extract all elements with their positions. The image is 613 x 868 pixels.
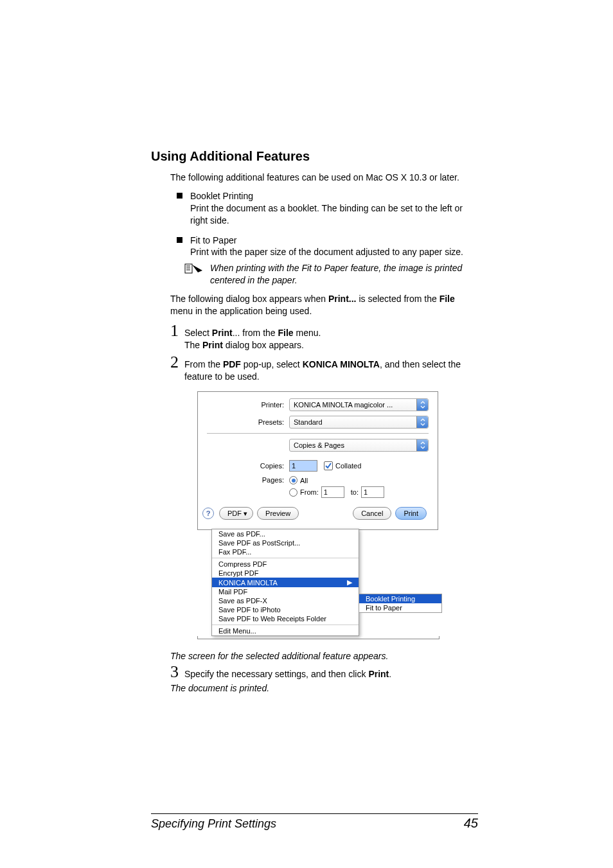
menu-item[interactable]: Save as PDF-X: [212, 596, 359, 605]
bullet-title: Booklet Printing: [190, 190, 478, 202]
pages-range-radio[interactable]: [289, 488, 298, 497]
bullet-desc: Print the document as a booklet. The bin…: [190, 202, 478, 227]
menu-separator: [212, 624, 359, 625]
bullet-title: Fit to Paper: [190, 235, 478, 247]
menu-item[interactable]: Edit Menu...: [212, 626, 359, 635]
print-button[interactable]: Print: [395, 507, 427, 520]
svg-rect-0: [185, 264, 192, 273]
pages-all-radio[interactable]: [289, 476, 298, 484]
printer-label: Printer:: [207, 401, 289, 409]
step-3: 3 Specify the necessary settings, and th…: [170, 665, 478, 680]
menu-item[interactable]: Mail PDF: [212, 587, 359, 596]
menu-item[interactable]: Save PDF to iPhoto: [212, 605, 359, 614]
pdf-menu-button[interactable]: PDF ▾: [219, 507, 253, 520]
chevron-updown-icon: [416, 439, 428, 451]
presets-select[interactable]: Standard: [289, 416, 429, 429]
square-bullet-icon: [177, 237, 182, 243]
section-heading: Using Additional Features: [151, 149, 478, 164]
text-span: The following dialog box appears when: [170, 294, 328, 304]
print-dialog-screenshot: Printer: KONICA MINOLTA magicolor ... Pr…: [197, 391, 438, 639]
menu-item[interactable]: Encrypt PDF: [212, 569, 359, 578]
select-value: KONICA MINOLTA magicolor ...: [294, 401, 393, 409]
all-label: All: [300, 477, 308, 484]
step-2: 2 From the PDF pop-up, select KONICA MIN…: [170, 355, 478, 383]
select-value: Copies & Pages: [294, 441, 344, 449]
menu-separator: [212, 558, 359, 558]
step-text: Specify the necessary settings, and then…: [184, 668, 478, 680]
submenu-item[interactable]: Fit to Paper: [359, 603, 441, 612]
dialog-lower-border: [197, 636, 440, 639]
text-span: menu in the application being used.: [170, 306, 312, 316]
square-bullet-icon: [177, 193, 182, 199]
menu-item[interactable]: Save PDF as PostScript...: [212, 538, 359, 547]
menu-item[interactable]: Save PDF to Web Receipts Folder: [212, 614, 359, 623]
footer-title: Specifying Print Settings: [151, 817, 276, 831]
to-label: to:: [351, 488, 359, 496]
bullet-item: Booklet Printing Print the document as a…: [170, 190, 478, 227]
intro-paragraph: The following additional features can be…: [170, 172, 478, 184]
step-text: Select Print... from the File menu.: [184, 327, 478, 339]
bullet-desc: Print with the paper size of the documen…: [190, 246, 478, 258]
page: Using Additional Features The following …: [0, 0, 613, 868]
pdf-dropdown-menu: Save as PDF... Save PDF as PostScript...…: [211, 529, 359, 636]
print-dialog: Printer: KONICA MINOLTA magicolor ... Pr…: [197, 391, 438, 639]
pages-label: Pages:: [207, 476, 289, 484]
step-number: 1: [170, 323, 184, 339]
from-label: From:: [300, 488, 319, 496]
step-number: 3: [170, 664, 184, 680]
pdf-submenu: Booklet Printing Fit to Paper: [359, 594, 442, 613]
select-value: Standard: [294, 418, 323, 426]
bullet-item: Fit to Paper Print with the paper size o…: [170, 235, 478, 259]
step-subtext: The Print dialog box appears.: [184, 339, 478, 351]
divider: [207, 433, 429, 434]
menu-item-highlighted[interactable]: KONICA MINOLTA ▶: [212, 578, 359, 587]
text-bold: File: [440, 294, 455, 304]
text-span: is selected from the: [357, 294, 440, 304]
copies-input[interactable]: [289, 460, 317, 472]
help-button[interactable]: ?: [202, 508, 214, 519]
step-number: 2: [170, 354, 184, 371]
preview-button[interactable]: Preview: [257, 507, 299, 520]
final-note: The document is printed.: [170, 683, 478, 693]
submenu-arrow-icon: ▶: [347, 578, 352, 587]
to-input[interactable]: [361, 486, 384, 498]
text-bold: Print...: [328, 294, 357, 304]
chevron-updown-icon: [416, 416, 428, 428]
collated-checkbox[interactable]: [324, 461, 333, 470]
note-row: When printing with the Fit to Paper feat…: [184, 262, 478, 287]
from-input[interactable]: [321, 486, 344, 498]
chevron-updown-icon: [416, 399, 428, 411]
note-icon: [184, 263, 204, 287]
printer-select[interactable]: KONICA MINOLTA magicolor ...: [289, 398, 429, 411]
menu-item[interactable]: Save as PDF...: [212, 529, 359, 538]
menu-item[interactable]: Fax PDF...: [212, 547, 359, 556]
cancel-button[interactable]: Cancel: [353, 507, 391, 520]
presets-label: Presets:: [207, 418, 289, 426]
step-1: 1 Select Print... from the File menu. Th…: [170, 324, 478, 351]
copies-label: Copies:: [207, 462, 289, 470]
step-text: From the PDF pop-up, select KONICA MINOL…: [184, 359, 478, 383]
menu-item-label: KONICA MINOLTA: [218, 579, 278, 587]
page-number: 45: [464, 816, 478, 831]
menu-item[interactable]: Compress PDF: [212, 560, 359, 569]
submenu-item-highlighted[interactable]: Booklet Printing: [359, 594, 441, 603]
after-dialog-note: The screen for the selected additional f…: [170, 651, 478, 661]
transition-paragraph: The following dialog box appears when Pr…: [170, 293, 478, 317]
collated-label: Collated: [335, 462, 361, 470]
section-select[interactable]: Copies & Pages: [289, 439, 429, 452]
note-text: When printing with the Fit to Paper feat…: [210, 262, 478, 287]
footer-rule: [151, 813, 478, 814]
